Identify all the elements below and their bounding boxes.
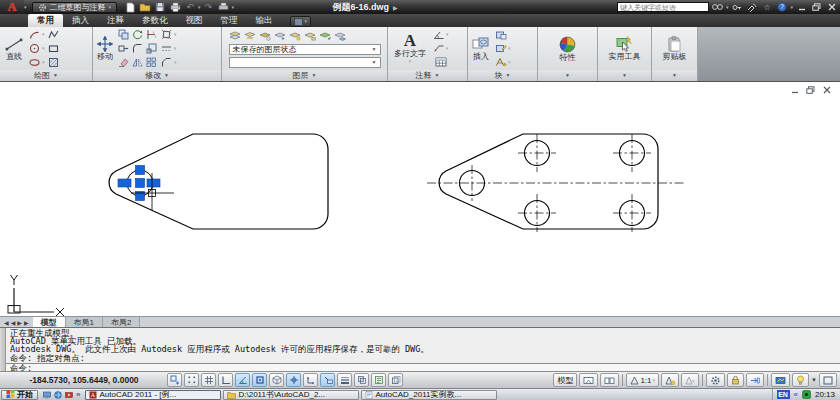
tab-manage[interactable]: 管理 xyxy=(212,14,247,27)
layout-next-button[interactable]: ▶ xyxy=(17,319,22,326)
app-menu-dropdown-icon[interactable]: ▾ xyxy=(24,5,27,10)
transparency-toggle[interactable] xyxy=(354,373,369,387)
object-snap-toggle[interactable] xyxy=(252,373,267,387)
dynamic-input-toggle[interactable] xyxy=(320,373,335,387)
app-menu-button[interactable]: A xyxy=(0,0,24,14)
panel-draw-label[interactable]: 绘图 ▼ xyxy=(0,70,92,81)
performance-tuner-button[interactable] xyxy=(792,373,809,387)
communication-center-button[interactable] xyxy=(745,1,758,13)
media-player-icon[interactable] xyxy=(65,391,73,399)
circle-button[interactable] xyxy=(28,42,41,55)
favorites-button[interactable]: ☆ xyxy=(760,1,773,13)
panel-modify-label[interactable]: 修改 ▼ xyxy=(93,70,221,81)
panel-properties-label[interactable]: ▼ xyxy=(538,70,597,81)
ellipse-button[interactable] xyxy=(28,56,41,69)
explode-button[interactable] xyxy=(160,28,173,41)
infer-constraints-toggle[interactable] xyxy=(167,373,182,387)
array-button[interactable] xyxy=(145,56,158,69)
line-button[interactable]: 直线 xyxy=(2,28,26,69)
hardware-acceleration-button[interactable] xyxy=(771,373,790,387)
layout-prev-button[interactable]: ◀ xyxy=(11,319,16,326)
quick-properties-toggle[interactable] xyxy=(371,373,386,387)
object-snap-tracking-toggle[interactable] xyxy=(286,373,301,387)
utilities-button[interactable]: 实用工具 xyxy=(607,28,643,69)
copy-button[interactable] xyxy=(117,28,130,41)
chamfer-dropdown-icon[interactable]: ▾ xyxy=(174,60,177,65)
help-dropdown-icon[interactable]: ▾ xyxy=(790,5,793,10)
layer-current-button[interactable] xyxy=(319,29,332,42)
model-space-button[interactable]: 模型 xyxy=(553,373,577,387)
selection-cycling-toggle[interactable] xyxy=(388,373,403,387)
layer-isolate-button[interactable] xyxy=(259,29,272,42)
layer-lock-button[interactable] xyxy=(304,29,317,42)
tab-insert[interactable]: 插入 xyxy=(63,14,98,27)
command-window[interactable]: 正在重生成模型。 AutoCAD 菜单实用工具 已加载。 Autodesk DW… xyxy=(0,327,840,371)
lineweight-toggle[interactable] xyxy=(337,373,352,387)
block-create-button[interactable] xyxy=(494,28,507,41)
save-button[interactable] xyxy=(153,1,167,13)
ortho-mode-toggle[interactable] xyxy=(218,373,233,387)
block-edit-button[interactable] xyxy=(494,42,507,55)
search-input[interactable] xyxy=(617,2,709,12)
tab-output[interactable]: 输出 xyxy=(247,14,282,27)
print-button[interactable] xyxy=(217,1,231,13)
quick-view-drawings-button[interactable] xyxy=(600,373,619,387)
annotation-scale-button[interactable]: 1:1 ▾ xyxy=(626,373,659,387)
chamfer-button[interactable] xyxy=(160,56,173,69)
status-menu-dropdown-icon[interactable]: ▼ xyxy=(811,378,817,383)
taskbar-task-autocad[interactable]: A AutoCAD 2011 - [例... xyxy=(85,390,221,400)
leader-dropdown-icon[interactable]: ▾ xyxy=(446,46,449,51)
show-desktop-icon[interactable] xyxy=(43,391,51,399)
move-button[interactable]: 移动 xyxy=(95,28,115,69)
workspace-switching-button[interactable] xyxy=(706,373,725,387)
stretch-button[interactable] xyxy=(117,42,130,55)
tab-parametric[interactable]: 参数化 xyxy=(133,14,177,27)
snap-mode-toggle[interactable] xyxy=(184,373,199,387)
taskbar-task-document[interactable]: AutoCAD_2011实例教... xyxy=(361,390,497,400)
isolate-objects-button[interactable] xyxy=(746,373,764,387)
search-dropdown-icon[interactable]: ▾ xyxy=(726,5,729,10)
tab-home[interactable]: 常用 xyxy=(28,14,63,27)
minimize-button[interactable] xyxy=(795,1,808,13)
3d-object-snap-toggle[interactable] xyxy=(269,373,284,387)
tray-collapse-icon[interactable]: « xyxy=(794,390,798,399)
arc-button[interactable] xyxy=(28,28,41,41)
taskbar-clock[interactable]: 20:13 xyxy=(815,390,835,399)
restore-button[interactable] xyxy=(810,1,823,13)
block-attributes-dropdown-icon[interactable]: ▾ xyxy=(508,60,511,65)
browser-icon[interactable] xyxy=(54,391,62,399)
offset-button[interactable] xyxy=(160,42,173,55)
insert-block-button[interactable]: 插入 xyxy=(470,28,492,69)
doc-minimize-button[interactable] xyxy=(789,85,800,95)
grid-display-toggle[interactable] xyxy=(201,373,216,387)
language-indicator[interactable]: EN xyxy=(777,390,790,399)
explode-dropdown-icon[interactable]: ▾ xyxy=(174,32,177,37)
help-button[interactable]: ? xyxy=(775,1,788,13)
mtext-button[interactable]: A 多行文字 ▾ xyxy=(390,28,430,69)
scale-button[interactable] xyxy=(145,42,158,55)
layer-properties-button[interactable] xyxy=(229,29,242,42)
layer-state-dropdown[interactable]: 未保存的图层状态 ▼ xyxy=(229,44,381,55)
open-file-button[interactable] xyxy=(138,1,152,13)
properties-button[interactable]: 特性 xyxy=(557,28,578,69)
hatch-button[interactable] xyxy=(47,56,60,69)
layer-walk-button[interactable] xyxy=(334,29,347,42)
redo-button[interactable]: ↷ xyxy=(202,1,216,13)
block-edit-dropdown-icon[interactable]: ▾ xyxy=(508,46,511,51)
close-button[interactable] xyxy=(825,1,838,13)
tab-view[interactable]: 视图 xyxy=(177,14,212,27)
subscription-center-button[interactable] xyxy=(730,1,743,13)
offset-dropdown-icon[interactable]: ▾ xyxy=(174,46,177,51)
ellipse-dropdown-icon[interactable]: ▾ xyxy=(42,60,45,65)
ribbon-options-button[interactable]: ▾ xyxy=(290,16,312,27)
autoscale-button[interactable] xyxy=(681,373,699,387)
layout-first-button[interactable]: ◀ xyxy=(4,319,9,326)
undo-dropdown-icon[interactable]: ▾ xyxy=(198,5,201,10)
polar-tracking-toggle[interactable] xyxy=(235,373,250,387)
toolbar-lock-button[interactable] xyxy=(727,373,744,387)
rectangle-button[interactable] xyxy=(47,42,60,55)
dynamic-ucs-toggle[interactable] xyxy=(303,373,318,387)
panel-utilities-label[interactable]: ▼ xyxy=(598,70,651,81)
taskbar-task-folder[interactable]: D:\2011书\AutoCAD_2... xyxy=(223,390,359,400)
coordinates-display[interactable]: -184.5730, 105.6449, 0.0000 xyxy=(3,375,165,385)
